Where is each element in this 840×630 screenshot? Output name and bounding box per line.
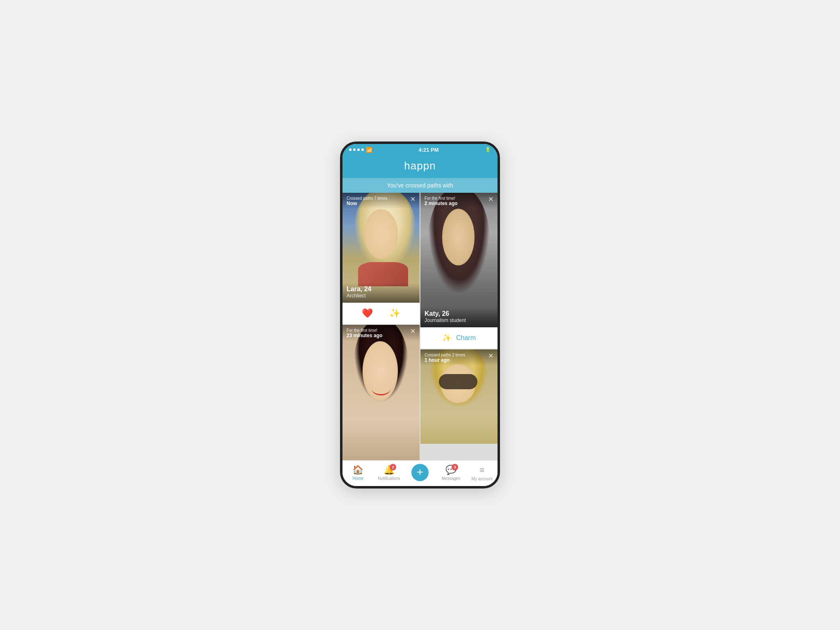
katy-name: Katy, 26 xyxy=(425,310,493,317)
sunglasses-glasses xyxy=(439,374,477,389)
lara-name: Lara, 24 xyxy=(347,285,415,293)
asian-top-info: For the first time! 23 minutes ago xyxy=(347,328,382,338)
sunglasses-crossed: Crossed paths 2 times xyxy=(425,353,466,357)
katy-top-info: For the first time! 2 minutes ago xyxy=(425,196,458,206)
notification-badge: 2 xyxy=(390,464,396,470)
status-time: 4:21 PM xyxy=(418,147,438,153)
sunglasses-top-info: Crossed paths 2 times 1 hour ago xyxy=(425,353,466,363)
messages-badge: 3 xyxy=(452,464,458,470)
notifications-label: Notifications xyxy=(378,476,400,481)
lara-actions-bar: ❤️ ✨ xyxy=(342,303,420,324)
katy-close-button[interactable]: ✕ xyxy=(488,196,493,203)
asian-crossed: For the first time! xyxy=(347,328,382,333)
left-column: Crossed paths 7 times Now ✕ Lara, 24 Arc… xyxy=(342,193,420,460)
card-asian[interactable]: For the first time! 23 minutes ago ✕ xyxy=(342,325,420,460)
lara-scarf xyxy=(358,262,408,286)
messages-label: Messages xyxy=(442,476,461,481)
cards-grid: Crossed paths 7 times Now ✕ Lara, 24 Arc… xyxy=(342,193,498,460)
bottom-nav: 🏠 Home 2 🔔 Notifications + 3 💬 Messages … xyxy=(342,460,498,486)
account-icon: ≡ xyxy=(479,464,484,476)
lara-close-button[interactable]: ✕ xyxy=(410,196,415,203)
phone-frame: 📶 4:21 PM 🔋 happn You've crossed paths w… xyxy=(340,142,500,488)
status-bar: 📶 4:21 PM 🔋 xyxy=(342,144,498,155)
subtitle-text: You've crossed paths with xyxy=(387,182,453,189)
right-column: For the first time! 2 minutes ago ✕ Katy… xyxy=(420,193,498,460)
account-label: My account xyxy=(472,477,493,481)
lara-photo[interactable]: Crossed paths 7 times Now ✕ Lara, 24 Arc… xyxy=(342,193,420,303)
lara-face xyxy=(364,209,398,259)
katy-top-overlay: For the first time! 2 minutes ago ✕ xyxy=(420,193,498,209)
katy-profession: Journalism student xyxy=(425,317,493,323)
lara-bottom-overlay: Lara, 24 Architect xyxy=(342,283,420,303)
nav-messages[interactable]: 3 💬 Messages xyxy=(436,465,467,481)
app-title: happn xyxy=(342,160,498,172)
asian-time: 23 minutes ago xyxy=(347,333,382,338)
app-header: happn xyxy=(342,155,498,178)
katy-bottom-overlay: Katy, 26 Journalism student xyxy=(420,308,498,327)
lara-top-overlay: Crossed paths 7 times Now ✕ xyxy=(342,193,420,209)
card-sunglasses[interactable]: Crossed paths 2 times 1 hour ago ✕ xyxy=(420,349,498,444)
battery-icon: 🔋 xyxy=(485,147,491,153)
charm-button-lara[interactable]: ✨ xyxy=(389,308,400,319)
asian-close-button[interactable]: ✕ xyxy=(410,328,415,335)
asian-smile xyxy=(372,382,390,395)
signal-dots xyxy=(349,148,364,151)
nav-home[interactable]: 🏠 Home xyxy=(342,465,374,481)
home-icon: 🏠 xyxy=(352,465,363,475)
charm-emoji: ✨ xyxy=(442,333,451,342)
nav-account[interactable]: ≡ My account xyxy=(466,464,498,481)
asian-top-overlay: For the first time! 23 minutes ago ✕ xyxy=(342,325,420,341)
charm-label: Charm xyxy=(456,334,476,342)
card-katy[interactable]: For the first time! 2 minutes ago ✕ Katy… xyxy=(420,193,498,349)
lara-crossed: Crossed paths 7 times xyxy=(347,196,388,201)
nav-add[interactable]: + xyxy=(404,464,436,481)
lara-time: Now xyxy=(347,201,388,206)
subtitle-bar: You've crossed paths with xyxy=(342,178,498,193)
katy-face xyxy=(442,209,475,265)
sunglasses-top-overlay: Crossed paths 2 times 1 hour ago ✕ xyxy=(420,349,498,365)
home-label: Home xyxy=(352,476,363,481)
nav-notifications[interactable]: 2 🔔 Notifications xyxy=(374,465,405,481)
wifi-icon: 📶 xyxy=(366,147,372,153)
like-button[interactable]: ❤️ xyxy=(362,308,373,319)
katy-time: 2 minutes ago xyxy=(425,201,458,206)
add-icon: + xyxy=(417,466,423,478)
katy-photo[interactable]: For the first time! 2 minutes ago ✕ Katy… xyxy=(420,193,498,327)
katy-crossed: For the first time! xyxy=(425,196,458,201)
card-lara[interactable]: Crossed paths 7 times Now ✕ Lara, 24 Arc… xyxy=(342,193,420,324)
katy-charm-bar[interactable]: ✨ Charm xyxy=(420,327,498,349)
sunglasses-time: 1 hour ago xyxy=(425,357,466,363)
add-button[interactable]: + xyxy=(411,464,429,481)
lara-top-info: Crossed paths 7 times Now xyxy=(347,196,388,206)
lara-profession: Architect xyxy=(347,293,415,299)
sunglasses-close-button[interactable]: ✕ xyxy=(488,353,493,359)
